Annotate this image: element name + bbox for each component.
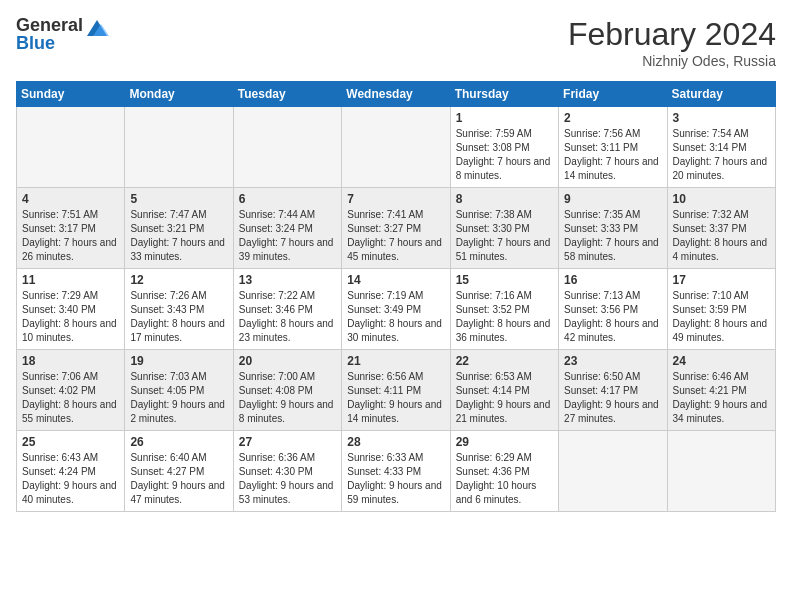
calendar-day-cell: 24Sunrise: 6:46 AMSunset: 4:21 PMDayligh…: [667, 350, 775, 431]
day-info: Sunrise: 6:50 AMSunset: 4:17 PMDaylight:…: [564, 370, 661, 426]
day-info: Sunrise: 7:26 AMSunset: 3:43 PMDaylight:…: [130, 289, 227, 345]
calendar-day-cell: 17Sunrise: 7:10 AMSunset: 3:59 PMDayligh…: [667, 269, 775, 350]
calendar-day-cell: [233, 107, 341, 188]
calendar-day-cell: 9Sunrise: 7:35 AMSunset: 3:33 PMDaylight…: [559, 188, 667, 269]
calendar-day-cell: 2Sunrise: 7:56 AMSunset: 3:11 PMDaylight…: [559, 107, 667, 188]
day-number: 15: [456, 273, 553, 287]
calendar-day-cell: 15Sunrise: 7:16 AMSunset: 3:52 PMDayligh…: [450, 269, 558, 350]
day-info: Sunrise: 7:41 AMSunset: 3:27 PMDaylight:…: [347, 208, 444, 264]
day-number: 26: [130, 435, 227, 449]
day-info: Sunrise: 7:10 AMSunset: 3:59 PMDaylight:…: [673, 289, 770, 345]
day-info: Sunrise: 7:47 AMSunset: 3:21 PMDaylight:…: [130, 208, 227, 264]
calendar-day-cell: 6Sunrise: 7:44 AMSunset: 3:24 PMDaylight…: [233, 188, 341, 269]
calendar-day-cell: 7Sunrise: 7:41 AMSunset: 3:27 PMDaylight…: [342, 188, 450, 269]
weekday-header: Friday: [559, 82, 667, 107]
calendar-week-row: 4Sunrise: 7:51 AMSunset: 3:17 PMDaylight…: [17, 188, 776, 269]
calendar-day-cell: 27Sunrise: 6:36 AMSunset: 4:30 PMDayligh…: [233, 431, 341, 512]
calendar-week-row: 1Sunrise: 7:59 AMSunset: 3:08 PMDaylight…: [17, 107, 776, 188]
calendar-day-cell: [342, 107, 450, 188]
calendar-day-cell: 11Sunrise: 7:29 AMSunset: 3:40 PMDayligh…: [17, 269, 125, 350]
weekday-header: Tuesday: [233, 82, 341, 107]
location-subtitle: Nizhniy Odes, Russia: [568, 53, 776, 69]
logo-general-text: General: [16, 16, 83, 34]
day-info: Sunrise: 6:33 AMSunset: 4:33 PMDaylight:…: [347, 451, 444, 507]
day-info: Sunrise: 7:59 AMSunset: 3:08 PMDaylight:…: [456, 127, 553, 183]
day-number: 29: [456, 435, 553, 449]
day-number: 8: [456, 192, 553, 206]
calendar-day-cell: 4Sunrise: 7:51 AMSunset: 3:17 PMDaylight…: [17, 188, 125, 269]
day-info: Sunrise: 7:03 AMSunset: 4:05 PMDaylight:…: [130, 370, 227, 426]
day-info: Sunrise: 6:53 AMSunset: 4:14 PMDaylight:…: [456, 370, 553, 426]
calendar-day-cell: 20Sunrise: 7:00 AMSunset: 4:08 PMDayligh…: [233, 350, 341, 431]
day-info: Sunrise: 7:32 AMSunset: 3:37 PMDaylight:…: [673, 208, 770, 264]
calendar-day-cell: 23Sunrise: 6:50 AMSunset: 4:17 PMDayligh…: [559, 350, 667, 431]
day-info: Sunrise: 7:22 AMSunset: 3:46 PMDaylight:…: [239, 289, 336, 345]
calendar-day-cell: 29Sunrise: 6:29 AMSunset: 4:36 PMDayligh…: [450, 431, 558, 512]
day-info: Sunrise: 7:13 AMSunset: 3:56 PMDaylight:…: [564, 289, 661, 345]
day-info: Sunrise: 7:06 AMSunset: 4:02 PMDaylight:…: [22, 370, 119, 426]
calendar-week-row: 11Sunrise: 7:29 AMSunset: 3:40 PMDayligh…: [17, 269, 776, 350]
day-number: 16: [564, 273, 661, 287]
day-info: Sunrise: 7:54 AMSunset: 3:14 PMDaylight:…: [673, 127, 770, 183]
calendar-day-cell: 10Sunrise: 7:32 AMSunset: 3:37 PMDayligh…: [667, 188, 775, 269]
logo-blue-text: Blue: [16, 34, 83, 52]
calendar-week-row: 18Sunrise: 7:06 AMSunset: 4:02 PMDayligh…: [17, 350, 776, 431]
day-info: Sunrise: 7:29 AMSunset: 3:40 PMDaylight:…: [22, 289, 119, 345]
calendar-day-cell: 1Sunrise: 7:59 AMSunset: 3:08 PMDaylight…: [450, 107, 558, 188]
calendar-day-cell: 3Sunrise: 7:54 AMSunset: 3:14 PMDaylight…: [667, 107, 775, 188]
calendar-day-cell: 5Sunrise: 7:47 AMSunset: 3:21 PMDaylight…: [125, 188, 233, 269]
day-number: 3: [673, 111, 770, 125]
page-header: General Blue February 2024 Nizhniy Odes,…: [16, 16, 776, 69]
day-info: Sunrise: 6:46 AMSunset: 4:21 PMDaylight:…: [673, 370, 770, 426]
calendar-day-cell: [17, 107, 125, 188]
calendar-table: SundayMondayTuesdayWednesdayThursdayFrid…: [16, 81, 776, 512]
day-info: Sunrise: 7:00 AMSunset: 4:08 PMDaylight:…: [239, 370, 336, 426]
day-info: Sunrise: 6:43 AMSunset: 4:24 PMDaylight:…: [22, 451, 119, 507]
day-info: Sunrise: 7:44 AMSunset: 3:24 PMDaylight:…: [239, 208, 336, 264]
title-block: February 2024 Nizhniy Odes, Russia: [568, 16, 776, 69]
logo-icon: [85, 16, 109, 40]
calendar-day-cell: 19Sunrise: 7:03 AMSunset: 4:05 PMDayligh…: [125, 350, 233, 431]
day-number: 9: [564, 192, 661, 206]
day-number: 4: [22, 192, 119, 206]
day-number: 22: [456, 354, 553, 368]
day-number: 13: [239, 273, 336, 287]
day-info: Sunrise: 7:56 AMSunset: 3:11 PMDaylight:…: [564, 127, 661, 183]
day-number: 17: [673, 273, 770, 287]
calendar-day-cell: 16Sunrise: 7:13 AMSunset: 3:56 PMDayligh…: [559, 269, 667, 350]
day-info: Sunrise: 6:36 AMSunset: 4:30 PMDaylight:…: [239, 451, 336, 507]
day-info: Sunrise: 6:29 AMSunset: 4:36 PMDaylight:…: [456, 451, 553, 507]
weekday-header: Saturday: [667, 82, 775, 107]
day-number: 7: [347, 192, 444, 206]
calendar-day-cell: [667, 431, 775, 512]
day-number: 14: [347, 273, 444, 287]
day-number: 6: [239, 192, 336, 206]
calendar-week-row: 25Sunrise: 6:43 AMSunset: 4:24 PMDayligh…: [17, 431, 776, 512]
calendar-day-cell: 12Sunrise: 7:26 AMSunset: 3:43 PMDayligh…: [125, 269, 233, 350]
calendar-day-cell: 26Sunrise: 6:40 AMSunset: 4:27 PMDayligh…: [125, 431, 233, 512]
day-info: Sunrise: 7:51 AMSunset: 3:17 PMDaylight:…: [22, 208, 119, 264]
day-info: Sunrise: 6:40 AMSunset: 4:27 PMDaylight:…: [130, 451, 227, 507]
day-number: 11: [22, 273, 119, 287]
day-number: 23: [564, 354, 661, 368]
day-number: 10: [673, 192, 770, 206]
weekday-header-row: SundayMondayTuesdayWednesdayThursdayFrid…: [17, 82, 776, 107]
day-info: Sunrise: 7:19 AMSunset: 3:49 PMDaylight:…: [347, 289, 444, 345]
weekday-header: Thursday: [450, 82, 558, 107]
day-number: 24: [673, 354, 770, 368]
logo: General Blue: [16, 16, 109, 52]
day-number: 2: [564, 111, 661, 125]
calendar-day-cell: 28Sunrise: 6:33 AMSunset: 4:33 PMDayligh…: [342, 431, 450, 512]
day-number: 21: [347, 354, 444, 368]
day-number: 18: [22, 354, 119, 368]
day-number: 12: [130, 273, 227, 287]
day-info: Sunrise: 6:56 AMSunset: 4:11 PMDaylight:…: [347, 370, 444, 426]
day-info: Sunrise: 7:16 AMSunset: 3:52 PMDaylight:…: [456, 289, 553, 345]
calendar-day-cell: 13Sunrise: 7:22 AMSunset: 3:46 PMDayligh…: [233, 269, 341, 350]
day-number: 5: [130, 192, 227, 206]
day-number: 19: [130, 354, 227, 368]
day-number: 25: [22, 435, 119, 449]
calendar-day-cell: 18Sunrise: 7:06 AMSunset: 4:02 PMDayligh…: [17, 350, 125, 431]
calendar-day-cell: 8Sunrise: 7:38 AMSunset: 3:30 PMDaylight…: [450, 188, 558, 269]
weekday-header: Monday: [125, 82, 233, 107]
